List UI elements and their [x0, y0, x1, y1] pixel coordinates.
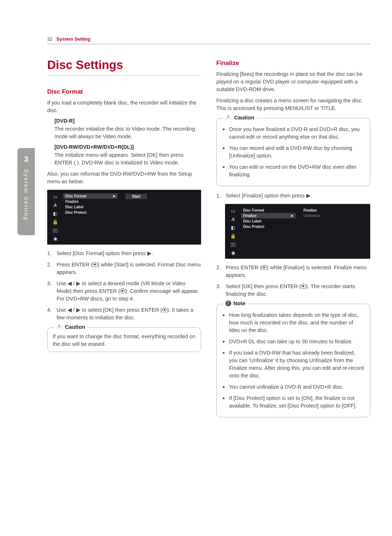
finalize-p1: Finalizing [fixes] the recordings in pla… — [216, 70, 370, 93]
option-finalize: Finalize — [303, 208, 370, 213]
dvd-rw-head: [DVD-RW/DVD+RW/DVD+R(DL)] — [54, 144, 201, 150]
finalize-step-1: Select [Finalize] option then press ▶. — [216, 192, 370, 200]
page-title: Disc Settings — [47, 58, 201, 76]
note-label: Note — [223, 300, 248, 306]
page-header: 32 System Setting — [47, 36, 370, 44]
display-icon: ▭ — [52, 194, 58, 199]
step-4: Use ◀ / ▶ to select [OK] then press ENTE… — [47, 306, 201, 322]
caution-icon — [225, 115, 232, 120]
menu-right-pane: Start — [118, 193, 201, 241]
note-item: You cannot unfinalize a DVD-R and DVD+R … — [222, 383, 365, 391]
heading-disc-format: Disc Format — [47, 88, 201, 95]
note-icon — [225, 300, 231, 306]
step-2: Press ENTER () while [Start] is selected… — [47, 261, 201, 276]
enter-icon — [162, 307, 167, 312]
heading-finalize: Finalize — [216, 60, 370, 67]
caution-item: You can edit or record on the DVD+RW dis… — [222, 163, 365, 179]
lock-icon: 🔒 — [230, 233, 236, 238]
menu-item-disc-label: Disc Label — [63, 204, 118, 210]
menu-icon-column: ▭ A ◧ 🔒 ▯▯ ◉ — [225, 207, 241, 255]
language-icon: A — [230, 217, 236, 222]
finalize-steps-cont: Press ENTER () while [Finalize] is selec… — [216, 264, 370, 298]
menu-icon-column: ▭ A ◧ 🔒 ▯▯ ◉ — [47, 193, 63, 241]
menu-item-disc-label: Disc Label — [241, 218, 295, 224]
menu-list: Disc Format Finalize▶ Disc Label Disc Pr… — [241, 207, 295, 255]
menu-list: Disc Format▶ Finalize Disc Label Disc Pr… — [63, 193, 118, 241]
recording-icon: ▯▯ — [52, 228, 58, 233]
caution-body: If you want to change the disc format, e… — [53, 333, 196, 348]
disc-format-steps: Select [Disc Format] option then press ▶… — [47, 250, 201, 322]
caution-callout-finalize: Caution Once you have finalized a DVD-R … — [216, 118, 370, 186]
chapter-side-tab: 3 System Setting — [17, 148, 35, 235]
disc-icon: ◉ — [230, 250, 236, 255]
caution-callout-format: Caution If you want to change the disc f… — [47, 327, 201, 352]
note-item: If [Disc Protect] option is set to [ON],… — [222, 394, 365, 410]
note-item: How long finalization takes depends on t… — [222, 311, 365, 334]
dvd-r-head: [DVD-R] — [54, 118, 201, 124]
start-button-label: Start — [126, 194, 147, 199]
caution-icon — [56, 324, 63, 330]
disc-format-intro: If you load a completely blank disc, the… — [47, 99, 201, 114]
menu-item-disc-format: Disc Format▶ — [63, 193, 118, 199]
chapter-number: 3 — [24, 155, 28, 164]
recording-icon: ▯▯ — [230, 242, 236, 247]
audio-icon: ◧ — [230, 225, 236, 230]
caution-item: You can record and edit a DVD-RW disc by… — [222, 144, 365, 160]
chevron-right-icon: ▶ — [291, 214, 293, 217]
menu-item-finalize: Finalize — [63, 199, 118, 204]
menu-item-disc-protect: Disc Protect — [241, 224, 295, 229]
disc-icon: ◉ — [52, 236, 58, 241]
enter-icon — [301, 284, 306, 289]
language-icon: A — [52, 202, 58, 208]
caution-list: Once you have finalized a DVD-R and DVD+… — [222, 126, 365, 179]
caution-item: Once you have finalized a DVD-R and DVD+… — [222, 126, 365, 141]
section-title: System Setting — [56, 36, 90, 42]
note-item: DVD+R DL disc can take up to 30 minutes … — [222, 338, 365, 345]
lock-icon: 🔒 — [52, 219, 58, 224]
dvd-rw-body: The Initialize menu will appears. Select… — [54, 151, 201, 167]
step-3: Use ◀ / ▶ to select a desired mode (VR M… — [47, 280, 201, 303]
note-list: How long finalization takes depends on t… — [222, 311, 365, 410]
note-callout-finalize: Note How long finalization takes depends… — [216, 304, 370, 417]
finalize-p2: Finalizing a disc creates a menu screen … — [216, 97, 370, 112]
step-1: Select [Disc Format] option then press ▶… — [47, 250, 201, 257]
option-unfinalize: Unfinalize — [303, 213, 370, 218]
also-reformat: Also, you can reformat the DVD-RW/DVD+RW… — [47, 170, 201, 185]
audio-icon: ◧ — [52, 211, 58, 216]
chevron-right-icon: ▶ — [113, 195, 115, 198]
caution-label: Caution — [223, 114, 257, 120]
chapter-label: System Setting — [23, 169, 29, 221]
page-number: 32 — [47, 36, 52, 42]
finalize-step-2: Press ENTER () while [Finalize] is selec… — [216, 264, 370, 279]
menu-right-pane: Finalize Unfinalize — [295, 207, 370, 255]
menu-screenshot-finalize: ▭ A ◧ 🔒 ▯▯ ◉ Disc Format Finalize▶ Disc … — [225, 204, 370, 259]
menu-screenshot-disc-format: ▭ A ◧ 🔒 ▯▯ ◉ Disc Format▶ Finalize Disc … — [47, 190, 201, 245]
display-icon: ▭ — [230, 208, 236, 213]
finalize-step-3: Select [OK] then press ENTER (). The rec… — [216, 283, 370, 298]
enter-icon — [93, 262, 98, 267]
caution-label: Caution — [54, 324, 87, 330]
menu-item-finalize: Finalize▶ — [241, 213, 295, 218]
menu-item-disc-format: Disc Format — [241, 208, 295, 213]
enter-icon — [120, 289, 125, 294]
note-item: If you load a DVD-RW that has already be… — [222, 349, 365, 380]
dvd-r-body: The recorder initialize the disc to Vide… — [54, 125, 201, 140]
menu-item-disc-protect: Disc Protect — [63, 210, 118, 215]
finalize-steps: Select [Finalize] option then press ▶. — [216, 192, 370, 200]
enter-icon — [262, 265, 267, 270]
